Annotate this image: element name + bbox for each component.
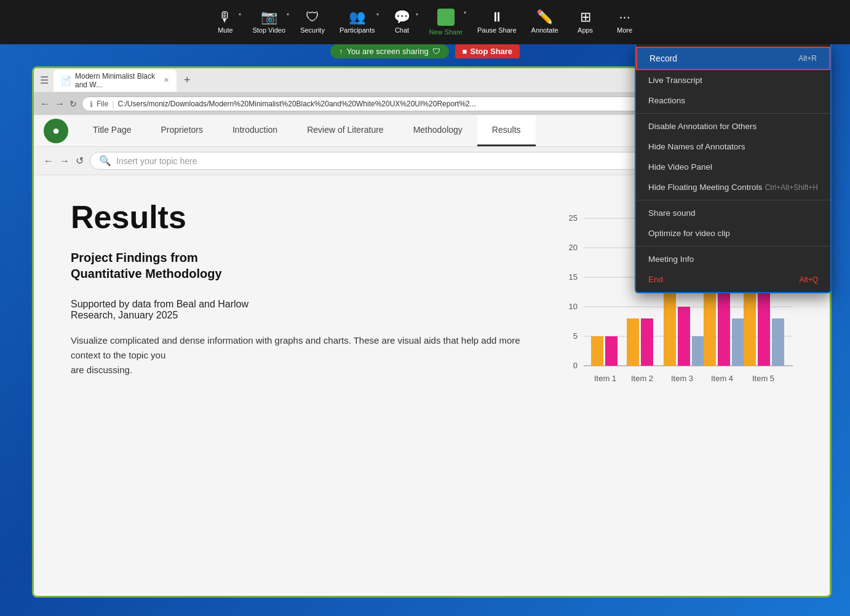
chat-label: Chat <box>395 26 409 34</box>
refresh-button[interactable]: ↻ <box>70 99 77 109</box>
record-label: Record <box>649 53 677 63</box>
annotate-label: Annotate <box>531 26 558 34</box>
hide-floating-label: Hide Floating Meeting Controls <box>648 183 762 192</box>
end-menu-item[interactable]: End Alt+Q <box>636 269 830 290</box>
browser-tab[interactable]: 📄 Modern Minimalist Black and W... ✕ <box>54 69 177 92</box>
live-transcript-menu-item[interactable]: Live Transcript <box>636 70 830 90</box>
new-tab-button[interactable]: + <box>184 74 191 87</box>
presentation-logo: ● <box>44 119 68 143</box>
security-label: Security <box>300 26 325 34</box>
prev-arrow-button[interactable]: ← <box>44 156 54 167</box>
more-button[interactable]: ··· More <box>606 7 643 38</box>
new-share-icon: ⬆ <box>437 9 455 26</box>
meeting-info-label: Meeting Info <box>648 255 694 264</box>
pause-share-icon: ⏸ <box>490 10 504 24</box>
hide-floating-menu-item[interactable]: Hide Floating Meeting Controls Ctrl+Alt+… <box>636 177 830 197</box>
participants-label: Participants <box>340 26 375 34</box>
new-share-button[interactable]: ⬆ New Share ▾ <box>423 5 469 39</box>
stop-icon: ■ <box>463 47 467 56</box>
chat-icon: 💬 <box>394 10 410 24</box>
end-label: End <box>648 275 663 284</box>
window-menu-icon: ☰ <box>40 74 49 86</box>
svg-text:5: 5 <box>573 331 578 341</box>
info-icon: ℹ <box>90 100 93 109</box>
tab-methodology[interactable]: Methodology <box>399 115 477 146</box>
more-dropdown-menu: Record Alt+R Live Transcript Reactions D… <box>635 44 832 293</box>
chat-button[interactable]: 💬 Chat ▾ <box>384 7 421 38</box>
pause-share-label: Pause Share <box>477 26 517 34</box>
svg-text:20: 20 <box>569 243 578 252</box>
sharing-text: You are screen sharing <box>346 47 428 56</box>
stop-video-chevron: ▾ <box>287 12 289 17</box>
tab-introduction[interactable]: Introduction <box>218 115 292 146</box>
logo-icon: ● <box>52 124 60 138</box>
stop-video-button[interactable]: 📷 Stop Video ▾ <box>246 7 292 38</box>
stop-share-label: Stop Share <box>470 47 512 56</box>
svg-text:10: 10 <box>569 302 578 311</box>
hide-video-panel-label: Hide Video Panel <box>648 162 712 172</box>
reactions-menu-item[interactable]: Reactions <box>636 90 830 111</box>
search-refresh-button[interactable]: ↺ <box>76 155 84 167</box>
hide-floating-shortcut: Ctrl+Alt+Shift+H <box>765 183 818 192</box>
mute-button[interactable]: 🎙 Mute ▾ <box>207 7 244 38</box>
back-button[interactable]: ← <box>40 98 50 109</box>
record-menu-item[interactable]: Record Alt+R <box>636 47 830 70</box>
next-arrow-button[interactable]: → <box>60 156 70 167</box>
meeting-info-menu-item[interactable]: Meeting Info <box>636 249 830 269</box>
share-banner: ↑ You are screen sharing 🛡 ■ Stop Share <box>330 44 520 58</box>
hide-video-panel-menu-item[interactable]: Hide Video Panel <box>636 157 830 177</box>
stop-share-button[interactable]: ■ Stop Share <box>455 44 520 58</box>
participants-chevron: ▾ <box>376 12 379 17</box>
svg-rect-22 <box>732 318 744 366</box>
svg-text:25: 25 <box>569 213 578 223</box>
search-input[interactable]: Insert your topic here <box>116 156 197 166</box>
participants-icon: 👥 <box>349 10 365 24</box>
new-share-label: New Share <box>429 28 463 36</box>
optimize-video-menu-item[interactable]: Optimize for video clip <box>636 223 830 243</box>
mute-chevron: ▾ <box>239 12 241 17</box>
record-shortcut: Alt+R <box>798 54 817 63</box>
tab-title-page[interactable]: Title Page <box>78 115 146 146</box>
url-separator: | <box>112 100 114 108</box>
tab-proprietors[interactable]: Proprietors <box>146 115 218 146</box>
participants-button[interactable]: 👥 Participants ▾ <box>333 7 381 38</box>
svg-text:Item 4: Item 4 <box>711 374 733 383</box>
tab-results[interactable]: Results <box>477 115 536 146</box>
disable-annotation-menu-item[interactable]: Disable Annotation for Others <box>636 116 830 136</box>
menu-divider-1 <box>636 113 830 114</box>
forward-button[interactable]: → <box>55 98 65 109</box>
svg-text:0: 0 <box>573 361 578 370</box>
svg-text:Item 2: Item 2 <box>631 374 653 383</box>
hide-names-menu-item[interactable]: Hide Names of Annotators <box>636 136 830 157</box>
slide-source: Supported by data from Beal and HarlowRe… <box>71 299 522 321</box>
annotate-icon: ✏️ <box>536 10 553 24</box>
apps-button[interactable]: ⊞ Apps <box>567 7 604 38</box>
optimize-video-label: Optimize for video clip <box>648 229 730 238</box>
stop-video-label: Stop Video <box>252 26 285 34</box>
tab-review[interactable]: Review of Literature <box>292 115 399 146</box>
svg-text:Item 1: Item 1 <box>594 374 616 383</box>
slide-description: Visualize complicated and dense informat… <box>71 333 522 377</box>
svg-rect-13 <box>591 336 603 366</box>
share-sound-menu-item[interactable]: Share sound <box>636 203 830 223</box>
annotate-button[interactable]: ✏️ Annotate <box>525 7 565 38</box>
menu-divider-3 <box>636 246 830 247</box>
security-button[interactable]: 🛡 Security <box>294 7 331 38</box>
more-icon: ··· <box>619 10 630 24</box>
svg-text:Item 3: Item 3 <box>671 374 693 383</box>
zoom-toolbar: 🎙 Mute ▾ 📷 Stop Video ▾ 🛡 Security 👥 Par… <box>0 0 850 44</box>
sharing-status: ↑ You are screen sharing 🛡 <box>330 44 449 58</box>
slide-title: Results <box>71 200 522 235</box>
shield-check-icon: 🛡 <box>432 47 440 56</box>
tab-close-button[interactable]: ✕ <box>164 76 169 84</box>
pause-share-button[interactable]: ⏸ Pause Share <box>471 7 523 38</box>
disable-annotation-label: Disable Annotation for Others <box>648 122 757 131</box>
svg-rect-25 <box>772 318 784 366</box>
svg-rect-18 <box>678 307 690 366</box>
svg-rect-15 <box>627 318 639 366</box>
search-icon: 🔍 <box>99 155 111 167</box>
hide-names-label: Hide Names of Annotators <box>648 142 745 151</box>
pdf-tab-icon: 📄 <box>61 76 71 85</box>
svg-rect-19 <box>692 336 704 366</box>
svg-rect-14 <box>605 336 618 366</box>
